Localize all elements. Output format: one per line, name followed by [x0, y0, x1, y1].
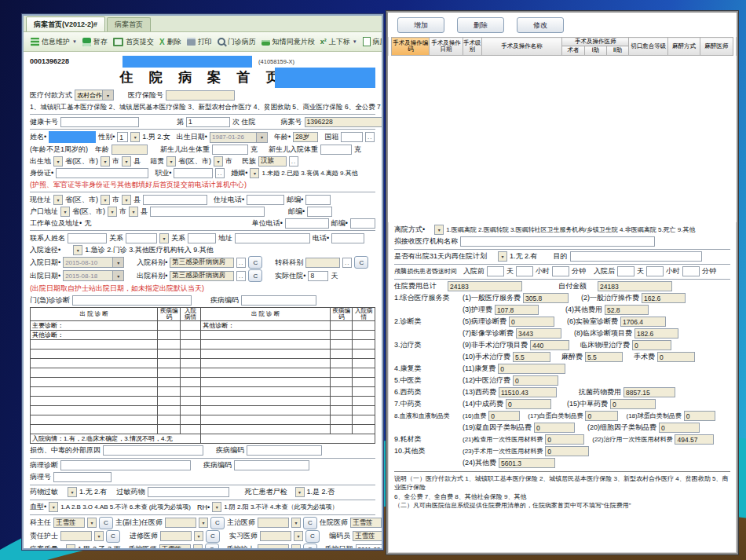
transfer-dept-input[interactable] — [305, 258, 340, 268]
dropdown-button[interactable]: ▾ — [87, 518, 97, 528]
dropdown-button[interactable]: ▾ — [194, 531, 203, 541]
resident-physician-input[interactable]: 王雪莲 — [350, 518, 382, 528]
diagnosis-cell[interactable] — [31, 368, 158, 377]
diagnosis-cell[interactable] — [158, 415, 181, 424]
diagnosis-cell[interactable] — [201, 330, 331, 339]
fee-input[interactable]: 0 — [659, 423, 700, 433]
diagnosis-cell[interactable] — [31, 405, 158, 415]
fee-input[interactable]: 107.8 — [495, 305, 539, 315]
diagnosis-cell[interactable] — [201, 396, 331, 405]
clear-button[interactable]: C — [248, 256, 262, 269]
chevron-down-icon[interactable]: ▾ — [102, 90, 113, 100]
readmission-purpose-input[interactable] — [570, 251, 702, 262]
diagnosis-cell[interactable] — [158, 405, 181, 415]
column-header-operation-date[interactable]: 手术及操作日期 — [430, 38, 463, 56]
fee-input[interactable]: 494.57 — [675, 434, 714, 445]
column-header-anesthetist[interactable]: 麻醉医师 — [700, 38, 733, 56]
diagnosis-cell[interactable] — [201, 434, 375, 443]
dropdown-button[interactable]: ▾ — [214, 156, 223, 167]
dropdown-button[interactable]: ▾ — [291, 518, 301, 528]
record-no-input[interactable]: 1396228 — [305, 117, 382, 127]
pathology-code-input[interactable] — [234, 460, 309, 470]
diagnosis-cell[interactable] — [158, 339, 181, 349]
lookup-button[interactable]: .. — [342, 258, 352, 268]
diagnosis-cell[interactable] — [158, 349, 181, 358]
clear-button[interactable]: C — [305, 530, 320, 543]
dropdown-button[interactable]: ▾ — [53, 195, 63, 205]
qc-date-picker[interactable]: 2011-08-01▾ — [356, 544, 382, 550]
diagnosis-cell[interactable] — [31, 349, 158, 358]
dropdown-button[interactable]: ▾ — [122, 195, 131, 205]
diagnosis-cell[interactable] — [353, 424, 375, 434]
age-input[interactable]: 28岁 — [293, 132, 318, 142]
admit-weight-input[interactable] — [320, 145, 352, 155]
birth-weight-input[interactable] — [212, 145, 248, 155]
fee-input[interactable]: 0 — [509, 317, 554, 327]
coma-after-hours-input[interactable] — [646, 266, 664, 276]
trainee-physician-input[interactable] — [160, 531, 192, 541]
fee-input[interactable]: 5.5 — [585, 352, 623, 362]
allergy-drug-input[interactable] — [148, 487, 229, 497]
diagnosis-cell[interactable] — [353, 330, 375, 339]
lookup-button[interactable]: .. — [365, 132, 375, 142]
home-zip-input[interactable] — [305, 195, 331, 205]
dropdown-button[interactable]: ▾ — [101, 156, 110, 167]
registered-zip-input[interactable] — [307, 207, 332, 217]
column-header-operator[interactable]: 术者 — [562, 46, 584, 55]
marriage-dropdown[interactable]: ▾ — [250, 168, 259, 178]
toolbar-item-consent[interactable]: 知情同意片段 — [259, 35, 317, 49]
diagnosis-cell[interactable] — [201, 415, 331, 424]
dropdown-button[interactable]: ▾ — [108, 207, 117, 217]
toolbar-item-magnifier[interactable]: 门诊病历 — [215, 35, 258, 49]
diagnosis-cell[interactable] — [353, 349, 375, 358]
qc-physician-input[interactable]: 王雪莲 — [159, 544, 191, 550]
diagnosis-cell[interactable] — [201, 377, 331, 386]
fee-input[interactable]: 182.6 — [634, 328, 678, 339]
diagnosis-cell[interactable] — [201, 405, 331, 415]
diagnosis-cell[interactable] — [180, 405, 200, 415]
stay-days-input[interactable]: 8 — [308, 271, 328, 281]
readmission-plan-dropdown[interactable]: ▾ — [498, 251, 507, 262]
fee-input[interactable]: 52.8 — [605, 305, 649, 315]
self-pay-input[interactable]: 24183 — [598, 281, 672, 291]
discharge-method-dropdown[interactable]: ▾ — [434, 225, 444, 235]
payment-method-select[interactable]: 农村合作▾ — [75, 90, 114, 101]
dropdown-button[interactable]: ▾ — [199, 518, 208, 528]
rh-dropdown[interactable]: ▾ — [212, 502, 221, 512]
discharge-date-picker[interactable]: 2015-08-18▾ — [63, 270, 124, 281]
column-header-anesthesia-method[interactable]: 麻醉方式 — [668, 38, 700, 56]
discharge-dept-input[interactable]: 第三感染肝病病房 — [170, 271, 234, 281]
fee-input[interactable]: 1706.4 — [620, 317, 666, 327]
fee-input[interactable]: 8857.15 — [623, 387, 675, 397]
fee-input[interactable]: 0 — [534, 423, 575, 433]
ethnicity-input[interactable]: 汉族 — [258, 156, 287, 167]
allergy-dropdown[interactable]: ▾ — [68, 487, 77, 497]
toolbar-item-delete[interactable]: X删除 — [157, 35, 184, 49]
clear-button[interactable]: C — [205, 544, 219, 550]
diagnosis-cell[interactable] — [330, 424, 353, 434]
coma-after-days-input[interactable] — [617, 266, 634, 276]
diagnosis-cell[interactable] — [330, 320, 353, 330]
toolbar-item-print[interactable]: 打印 — [185, 35, 214, 49]
health-card-input[interactable] — [60, 117, 139, 127]
infant-age-input[interactable] — [112, 145, 148, 155]
diagnosis-cell[interactable] — [330, 368, 353, 377]
fee-input[interactable]: 440 — [530, 340, 569, 350]
fee-input[interactable]: 305.8 — [523, 293, 569, 303]
diagnosis-cell[interactable] — [330, 339, 353, 349]
column-header-incision-healing[interactable]: 切口愈合等级 — [629, 38, 668, 56]
tab-record-front-page-active[interactable]: 病案首页(V2012-2)# — [26, 16, 105, 31]
diagnosis-cell[interactable] — [31, 358, 158, 368]
pathology-no-input[interactable] — [53, 472, 112, 482]
coma-before-minutes-input[interactable] — [552, 266, 569, 276]
tab-record-front-page[interactable]: 病案首页 — [107, 17, 151, 31]
attending-physician-input[interactable] — [258, 518, 289, 528]
admission-date-picker[interactable]: 2015-08-10▾ — [63, 257, 124, 268]
dropdown-button[interactable]: ▾ — [122, 156, 131, 167]
dropdown-button[interactable]: ▾ — [193, 544, 203, 550]
lookup-button[interactable]: .. — [215, 168, 225, 178]
diagnosis-cell[interactable] — [353, 320, 375, 330]
clear-button[interactable]: C — [354, 256, 368, 269]
dropdown-button[interactable]: ▾ — [291, 544, 301, 550]
birth-date-picker[interactable]: 1987-01-26▾ — [210, 132, 268, 143]
